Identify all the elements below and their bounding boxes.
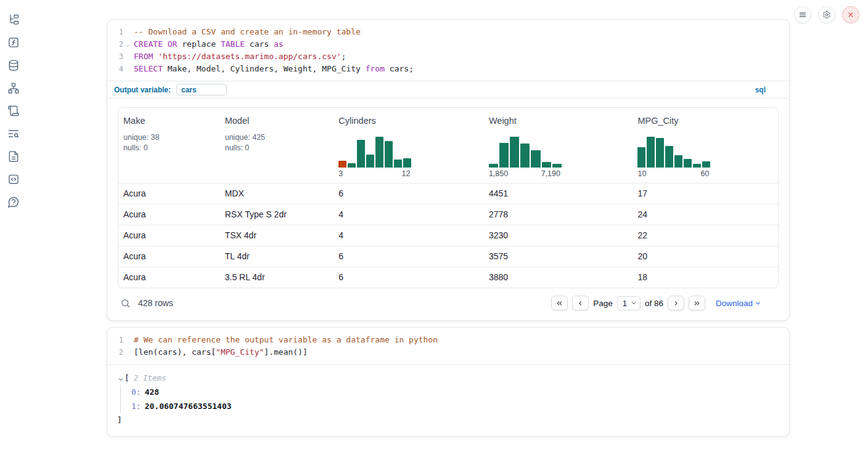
help-icon[interactable] (7, 196, 20, 208)
histogram-bar (637, 147, 645, 168)
histogram-bar (338, 161, 346, 168)
page-total-label: of 86 (645, 299, 663, 308)
column-header-weight[interactable]: Weight1,8507,190 (484, 108, 633, 183)
table-cell: 4 (334, 204, 484, 225)
document-icon[interactable] (7, 150, 20, 163)
output-variable-label: Output variable: (114, 86, 171, 94)
line-number: 2 (107, 38, 123, 51)
close-icon (846, 10, 855, 19)
cylinders-histogram: 312 (338, 137, 411, 178)
dependency-graph-icon[interactable] (7, 82, 20, 94)
data-table: Makeunique: 38nulls: 0Modelunique: 425nu… (118, 107, 779, 288)
column-stats: unique: 38nulls: 0 (123, 132, 215, 153)
next-page-icon (672, 299, 680, 307)
close-bracket: ] (117, 414, 779, 426)
column-name: Model (225, 116, 329, 126)
column-name: Weight (489, 116, 628, 126)
table-cell: 3230 (484, 225, 633, 246)
download-button[interactable]: Download (716, 299, 761, 308)
table-row: AcuraTL 4dr6357520 (118, 246, 778, 267)
database-icon[interactable] (7, 59, 20, 71)
sidebar (0, 0, 27, 208)
histogram-bar (366, 155, 374, 168)
hist-min-label: 10 (637, 169, 646, 178)
table-cell: 2778 (484, 204, 633, 225)
python-output: [ 2 Items 0:4281:20.060747663551403 ] (107, 364, 789, 436)
histogram-bar (552, 164, 562, 168)
search-icon[interactable] (120, 298, 131, 309)
next-page-button[interactable] (668, 296, 684, 310)
file-tree-icon[interactable] (7, 14, 20, 26)
page-select[interactable]: 1 (617, 296, 641, 310)
snippets-icon[interactable] (7, 173, 20, 185)
code-line: 1-- Download a CSV and create an in-memo… (107, 26, 789, 38)
scroll-icon[interactable] (7, 105, 20, 117)
table-row: AcuraRSX Type S 2dr4277824 (118, 204, 778, 225)
menu-button[interactable] (794, 6, 811, 23)
table-cell: 3880 (484, 267, 633, 288)
search-list-icon[interactable] (7, 127, 20, 140)
output-tree-root: [ 2 Items (117, 372, 779, 384)
first-page-icon (555, 299, 563, 307)
column-header-make[interactable]: Makeunique: 38nulls: 0 (118, 108, 220, 183)
histogram-bar (385, 141, 393, 168)
table-cell: TSX 4dr (220, 225, 334, 246)
column-header-model[interactable]: Modelunique: 425nulls: 0 (220, 108, 334, 183)
histogram-bar (489, 164, 498, 168)
hist-min-label: 3 (338, 169, 343, 178)
items-count-label: 2 Items (134, 372, 166, 384)
code-line: 2[len(cars), cars["MPG_City"].mean()] (107, 346, 789, 358)
sql-code-editor[interactable]: 1-- Download a CSV and create an in-memo… (107, 20, 789, 81)
gear-button[interactable] (818, 6, 835, 23)
histogram-bar (357, 140, 365, 168)
column-header-cylinders[interactable]: Cylinders312 (334, 108, 484, 183)
prev-page-button[interactable] (572, 296, 589, 310)
histogram-bar (647, 137, 655, 168)
table-cell: 6 (334, 246, 484, 267)
code-line: 3FROM 'https://datasets.marimo.app/cars.… (107, 51, 789, 63)
table-cell: 20 (633, 246, 778, 267)
table-cell: 6 (334, 267, 484, 288)
table-cell: Acura (118, 267, 220, 288)
code-text: -- Download a CSV and create an in-memor… (123, 26, 361, 38)
output-variable-input[interactable] (176, 84, 227, 95)
python-code-editor[interactable]: 1# We can reference the output variable … (107, 328, 789, 364)
output-tree-items: 0:4281:20.060747663551403 (120, 385, 779, 413)
fold-icon[interactable] (125, 40, 130, 46)
code-text: CREATE OR replace TABLE cars as (123, 38, 284, 51)
row-count: 428 rows (138, 298, 173, 308)
table-cell: 17 (633, 184, 778, 204)
histogram-bar (394, 160, 402, 168)
table-cell: 4 (334, 225, 484, 246)
table-cell: 3575 (484, 246, 633, 267)
histogram-bar (542, 162, 551, 168)
line-number: 4 (107, 63, 123, 75)
code-text: [len(cars), cars["MPG_City"].mean()] (123, 346, 308, 358)
last-page-button[interactable] (689, 296, 705, 310)
code-text: # We can reference the output variable a… (123, 334, 438, 346)
function-icon[interactable] (7, 36, 20, 49)
code-line: 1# We can reference the output variable … (107, 334, 789, 346)
histogram-bar (531, 150, 540, 168)
histogram-bar (665, 146, 673, 168)
table-cell: Acura (118, 225, 220, 246)
table-cell: Acura (118, 246, 220, 267)
code-line: 2CREATE OR replace TABLE cars as (107, 38, 789, 51)
histogram-bar (674, 155, 682, 168)
table-cell: RSX Type S 2dr (220, 204, 334, 225)
histogram-bar (702, 161, 710, 168)
mpg_city-histogram: 1060 (637, 137, 710, 178)
page-select-value: 1 (623, 299, 627, 308)
table-row: Acura3.5 RL 4dr6388018 (118, 267, 778, 288)
first-page-button[interactable] (551, 296, 568, 310)
prev-page-icon (576, 299, 584, 307)
column-header-mpg_city[interactable]: MPG_City1060 (633, 108, 778, 183)
table-cell: 24 (633, 204, 778, 225)
code-text: SELECT Make, Model, Cylinders, Weight, M… (123, 63, 414, 75)
weight-histogram: 1,8507,190 (489, 137, 562, 178)
chevron-down-icon (631, 300, 637, 306)
collapse-icon[interactable] (117, 374, 125, 382)
line-number: 3 (107, 51, 123, 63)
close-button[interactable] (842, 6, 859, 23)
python-cell: 1# We can reference the output variable … (107, 327, 790, 437)
